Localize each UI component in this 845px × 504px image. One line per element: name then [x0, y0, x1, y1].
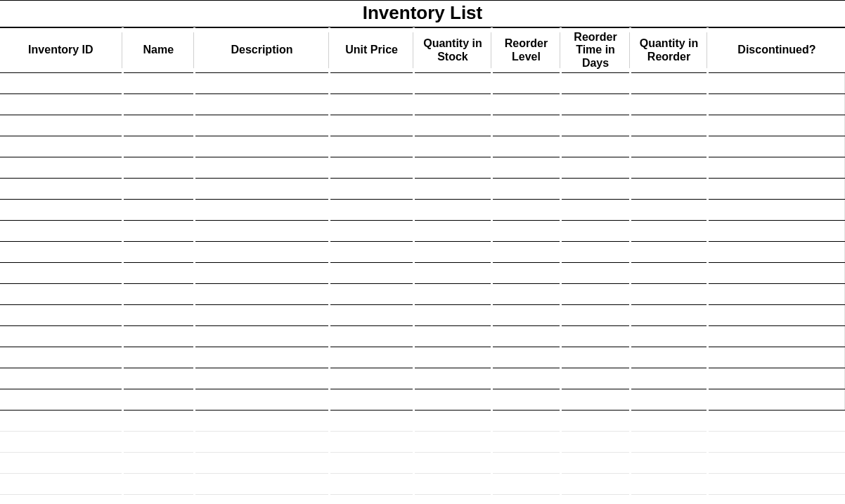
cell-unit_price[interactable] — [330, 347, 414, 368]
cell-reorder_time_in_days[interactable] — [561, 94, 631, 115]
cell-quantity_in_stock[interactable] — [414, 347, 492, 368]
cell-discontinued[interactable] — [708, 221, 845, 242]
cell-discontinued[interactable] — [708, 73, 845, 94]
cell-discontinued[interactable] — [708, 368, 845, 389]
cell-discontinued[interactable] — [708, 200, 845, 221]
cell-inventory_id[interactable] — [0, 474, 122, 495]
cell-discontinued[interactable] — [708, 94, 845, 115]
cell-name[interactable] — [122, 136, 194, 157]
cell-unit_price[interactable] — [330, 73, 414, 94]
cell-inventory_id[interactable] — [0, 157, 122, 179]
cell-description[interactable] — [194, 368, 329, 389]
cell-discontinued[interactable] — [708, 453, 845, 474]
cell-quantity_in_reorder[interactable] — [630, 157, 708, 179]
cell-quantity_in_stock[interactable] — [414, 411, 492, 432]
cell-reorder_time_in_days[interactable] — [561, 242, 631, 263]
cell-description[interactable] — [194, 389, 329, 411]
cell-inventory_id[interactable] — [0, 284, 122, 305]
cell-quantity_in_stock[interactable] — [414, 115, 492, 136]
cell-quantity_in_reorder[interactable] — [630, 179, 708, 200]
cell-discontinued[interactable] — [708, 284, 845, 305]
cell-discontinued[interactable] — [708, 389, 845, 411]
cell-reorder_level[interactable] — [491, 73, 561, 94]
cell-unit_price[interactable] — [330, 179, 414, 200]
cell-name[interactable] — [122, 347, 194, 368]
cell-quantity_in_reorder[interactable] — [630, 474, 708, 495]
cell-unit_price[interactable] — [330, 389, 414, 411]
cell-quantity_in_stock[interactable] — [414, 94, 492, 115]
cell-quantity_in_reorder[interactable] — [630, 284, 708, 305]
cell-reorder_level[interactable] — [491, 263, 561, 284]
cell-inventory_id[interactable] — [0, 326, 122, 347]
cell-unit_price[interactable] — [330, 474, 414, 495]
cell-description[interactable] — [194, 432, 329, 453]
cell-reorder_time_in_days[interactable] — [561, 200, 631, 221]
cell-discontinued[interactable] — [708, 179, 845, 200]
cell-reorder_level[interactable] — [491, 242, 561, 263]
cell-unit_price[interactable] — [330, 221, 414, 242]
cell-reorder_time_in_days[interactable] — [561, 263, 631, 284]
cell-discontinued[interactable] — [708, 411, 845, 432]
cell-reorder_level[interactable] — [491, 136, 561, 157]
cell-inventory_id[interactable] — [0, 136, 122, 157]
cell-discontinued[interactable] — [708, 326, 845, 347]
cell-reorder_level[interactable] — [491, 411, 561, 432]
cell-reorder_time_in_days[interactable] — [561, 221, 631, 242]
cell-reorder_time_in_days[interactable] — [561, 136, 631, 157]
cell-unit_price[interactable] — [330, 411, 414, 432]
cell-inventory_id[interactable] — [0, 305, 122, 326]
cell-quantity_in_reorder[interactable] — [630, 453, 708, 474]
cell-unit_price[interactable] — [330, 200, 414, 221]
cell-reorder_level[interactable] — [491, 94, 561, 115]
cell-discontinued[interactable] — [708, 242, 845, 263]
cell-reorder_time_in_days[interactable] — [561, 453, 631, 474]
cell-unit_price[interactable] — [330, 368, 414, 389]
cell-description[interactable] — [194, 200, 329, 221]
cell-discontinued[interactable] — [708, 115, 845, 136]
cell-unit_price[interactable] — [330, 284, 414, 305]
cell-quantity_in_reorder[interactable] — [630, 432, 708, 453]
cell-reorder_level[interactable] — [491, 115, 561, 136]
cell-name[interactable] — [122, 284, 194, 305]
cell-discontinued[interactable] — [708, 347, 845, 368]
cell-reorder_time_in_days[interactable] — [561, 432, 631, 453]
cell-discontinued[interactable] — [708, 157, 845, 179]
cell-unit_price[interactable] — [330, 453, 414, 474]
cell-discontinued[interactable] — [708, 474, 845, 495]
cell-reorder_time_in_days[interactable] — [561, 326, 631, 347]
cell-quantity_in_stock[interactable] — [414, 263, 492, 284]
cell-reorder_level[interactable] — [491, 221, 561, 242]
cell-quantity_in_stock[interactable] — [414, 432, 492, 453]
cell-reorder_time_in_days[interactable] — [561, 73, 631, 94]
cell-reorder_time_in_days[interactable] — [561, 389, 631, 411]
cell-quantity_in_stock[interactable] — [414, 242, 492, 263]
cell-inventory_id[interactable] — [0, 411, 122, 432]
cell-description[interactable] — [194, 453, 329, 474]
cell-description[interactable] — [194, 474, 329, 495]
cell-inventory_id[interactable] — [0, 73, 122, 94]
cell-discontinued[interactable] — [708, 263, 845, 284]
col-header-inventory-id[interactable]: Inventory ID — [0, 28, 122, 73]
cell-quantity_in_reorder[interactable] — [630, 136, 708, 157]
cell-unit_price[interactable] — [330, 242, 414, 263]
cell-name[interactable] — [122, 453, 194, 474]
cell-reorder_time_in_days[interactable] — [561, 411, 631, 432]
cell-inventory_id[interactable] — [0, 179, 122, 200]
cell-quantity_in_stock[interactable] — [414, 157, 492, 179]
col-header-quantity-in-reorder[interactable]: Quantity in Reorder — [630, 28, 708, 73]
cell-reorder_level[interactable] — [491, 157, 561, 179]
cell-inventory_id[interactable] — [0, 368, 122, 389]
cell-reorder_time_in_days[interactable] — [561, 347, 631, 368]
cell-name[interactable] — [122, 73, 194, 94]
col-header-unit-price[interactable]: Unit Price — [330, 28, 414, 73]
cell-description[interactable] — [194, 221, 329, 242]
cell-name[interactable] — [122, 157, 194, 179]
cell-name[interactable] — [122, 305, 194, 326]
cell-quantity_in_stock[interactable] — [414, 368, 492, 389]
cell-reorder_level[interactable] — [491, 389, 561, 411]
cell-quantity_in_reorder[interactable] — [630, 326, 708, 347]
col-header-description[interactable]: Description — [194, 28, 329, 73]
cell-inventory_id[interactable] — [0, 115, 122, 136]
cell-reorder_level[interactable] — [491, 284, 561, 305]
cell-reorder_level[interactable] — [491, 347, 561, 368]
